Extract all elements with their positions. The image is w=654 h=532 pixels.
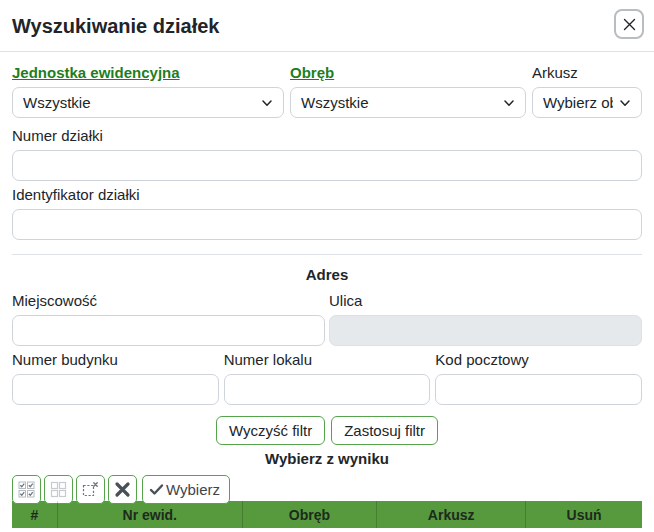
close-icon — [622, 17, 637, 32]
remove-all-icon — [114, 481, 131, 498]
grid-icon — [50, 481, 67, 498]
ulica-input — [329, 315, 642, 346]
jednostka-ewidencyjna-select[interactable]: Wszystkie — [12, 87, 284, 118]
kod-pocztowy-input[interactable] — [435, 374, 642, 405]
ulica-label: Ulica — [329, 292, 642, 310]
clear-filter-button[interactable]: Wyczyść filtr — [216, 416, 325, 445]
parcel-search-dialog: Wyszukiwanie działek Jednostka ewidencyj… — [0, 0, 654, 532]
numer-lokalu-input[interactable] — [224, 374, 431, 405]
numer-budynku-input[interactable] — [12, 374, 219, 405]
check-icon — [149, 482, 164, 497]
results-heading: Wybierz z wyniku — [12, 450, 642, 468]
page-title: Wyszukiwanie działek — [12, 13, 642, 39]
chevron-down-icon — [255, 97, 273, 109]
kod-pocztowy-label: Kod pocztowy — [435, 351, 642, 369]
arkusz-value: Wybierz obr — [543, 94, 613, 111]
dialog-header: Wyszukiwanie działek — [0, 0, 654, 52]
numer-dzialki-input[interactable] — [12, 150, 642, 181]
check-all-grid-button[interactable] — [12, 475, 41, 504]
results-table-header: # Nr ewid. Obręb Arkusz Usuń — [12, 501, 642, 528]
jednostka-ewidencyjna-link[interactable]: Jednostka ewidencyjna — [12, 64, 284, 82]
numer-dzialki-label: Numer działki — [12, 127, 642, 145]
grid-button[interactable] — [44, 475, 73, 504]
miejscowosc-input[interactable] — [12, 315, 325, 346]
apply-filter-button[interactable]: Zastosuj filtr — [331, 416, 438, 445]
close-button[interactable] — [614, 9, 644, 39]
clear-selection-button[interactable] — [76, 475, 105, 504]
results-toolbar: Wybierz — [12, 475, 642, 504]
clear-selection-icon — [82, 481, 99, 498]
numer-lokalu-label: Numer lokalu — [224, 351, 431, 369]
section-divider — [12, 254, 642, 255]
select-from-result-button[interactable]: Wybierz — [142, 475, 230, 504]
obreb-value: Wszystkie — [301, 94, 369, 111]
column-header-usun[interactable]: Usuń — [526, 501, 642, 528]
check-all-grid-icon — [18, 481, 35, 498]
arkusz-label: Arkusz — [532, 64, 642, 82]
column-header-obreb[interactable]: Obręb — [243, 501, 378, 528]
results-table-body — [12, 528, 642, 532]
select-button-label: Wybierz — [166, 481, 220, 498]
numer-budynku-label: Numer budynku — [12, 351, 219, 369]
column-header-arkusz[interactable]: Arkusz — [377, 501, 526, 528]
identyfikator-dzialki-label: Identyfikator działki — [12, 186, 642, 204]
chevron-down-icon — [613, 97, 631, 109]
column-header-nr-ewid[interactable]: Nr ewid. — [58, 501, 243, 528]
chevron-down-icon — [497, 97, 515, 109]
results-table: # Nr ewid. Obręb Arkusz Usuń — [12, 501, 642, 532]
jednostka-ewidencyjna-value: Wszystkie — [23, 94, 91, 111]
obreb-select[interactable]: Wszystkie — [290, 87, 526, 118]
arkusz-select[interactable]: Wybierz obr — [532, 87, 642, 118]
address-heading: Adres — [12, 266, 642, 284]
obreb-link[interactable]: Obręb — [290, 64, 526, 82]
miejscowosc-label: Miejscowość — [12, 292, 325, 310]
column-header-index[interactable]: # — [12, 501, 58, 528]
remove-all-button[interactable] — [108, 475, 137, 504]
identyfikator-dzialki-input[interactable] — [12, 209, 642, 240]
